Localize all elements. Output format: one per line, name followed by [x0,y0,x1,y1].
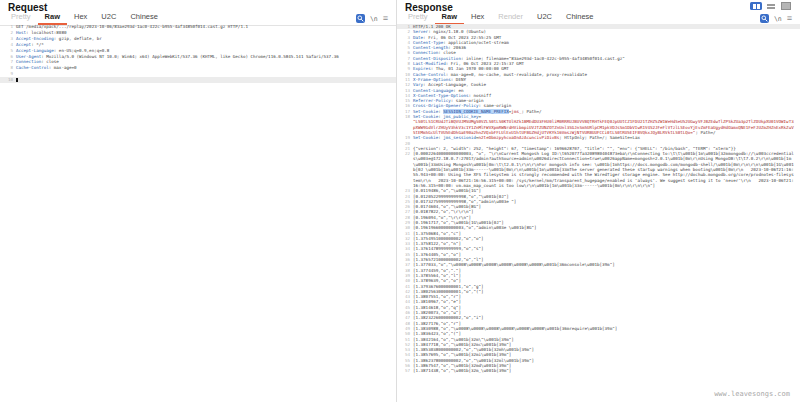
menu-icon[interactable]: ≡ [383,14,388,23]
text-caret [16,78,18,83]
request-panel: Request PrettyRawHexU2CChinese \n ≡ 1GET… [0,0,397,402]
search-icon[interactable] [760,14,769,23]
layout-switcher [750,2,792,10]
response-panel: Response PrettyRawHexRenderU2CChinese \n… [397,0,800,402]
layout-stacked-button[interactable] [765,2,777,10]
line-content: [1.3871438,"o","\u001b[32m_\u001b[39m"] [413,368,800,373]
layout-single-button[interactable] [780,2,792,10]
line-number: 57 [397,368,413,373]
request-editor-tools: \n ≡ [356,14,388,23]
line-content: [0.00022640000000000003, "o", "\r\nCurre… [413,151,800,188]
newline-toggle[interactable]: \n [370,15,378,23]
code-line[interactable]: 22[0.00022640000000000003, "o", "\r\nCur… [397,151,800,188]
line-number: 10 [0,77,16,83]
response-code[interactable]: 1HTTP/1.1 200 OK2Server: nginx/1.18.0 (U… [397,24,800,402]
code-line[interactable]: 18Set-Cookie: jms_public_key= "LS0tLS1CR… [397,114,800,135]
code-line[interactable]: 57[1.3871438,"o","\u001b[32m_\u001b[39m"… [397,368,800,373]
menu-icon[interactable]: ≡ [787,14,792,23]
line-number: 18 [397,114,413,135]
newline-toggle[interactable]: \n [774,15,782,23]
code-line[interactable]: 10 [0,77,396,83]
search-icon[interactable] [356,14,365,23]
line-number: 22 [397,151,413,188]
line-content [16,77,396,83]
layout-side-by-side-button[interactable] [750,2,762,10]
message-editor: Request PrettyRawHexU2CChinese \n ≡ 1GET… [0,0,800,402]
request-code[interactable]: 1GET /media/xpack/.../replay/2023-10-06/… [0,24,396,402]
response-editor-tools: \n ≡ [760,14,792,23]
watermark: www.leavesongs.com [714,390,790,398]
line-content: Set-Cookie: jms_public_key= "LS0tLS1CRUd… [413,114,800,135]
